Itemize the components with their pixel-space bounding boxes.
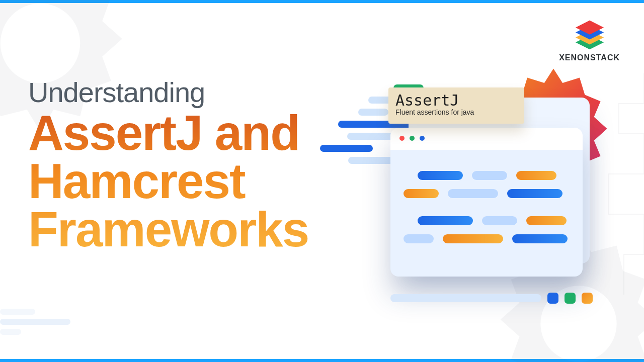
- headline-kicker: Understanding: [28, 78, 308, 107]
- code-window: [390, 128, 583, 277]
- illustration: AssertJ Fluent assertions for java: [373, 83, 610, 300]
- headline: Understanding AssertJ and Hamcrest Frame…: [28, 78, 308, 253]
- headline-line-1: AssertJ and: [28, 105, 299, 160]
- assertj-subtitle: Fluent assertions for java: [395, 108, 517, 116]
- progress-bar-decor: [390, 294, 541, 302]
- brand-logo: [568, 17, 612, 50]
- brand-name: XENONSTACK: [559, 53, 620, 62]
- headline-title: AssertJ and Hamcrest Frameworks: [28, 109, 308, 253]
- cube-orange: [582, 293, 593, 304]
- headline-line-3: Frameworks: [28, 202, 308, 257]
- window-titlebar: [390, 128, 583, 150]
- window-dot-green: [410, 136, 415, 141]
- cube-green: [565, 293, 576, 304]
- assertj-title: AssertJ: [395, 92, 517, 109]
- assertj-label-card: AssertJ Fluent assertions for java: [388, 87, 524, 124]
- headline-line-2: Hamcrest: [28, 153, 245, 209]
- code-body: [390, 150, 583, 264]
- brand-block: XENONSTACK: [559, 17, 620, 62]
- window-dot-red: [399, 136, 405, 141]
- window-dot-blue: [420, 136, 425, 141]
- page-root: XENONSTACK Understanding AssertJ and Ham…: [0, 0, 644, 362]
- bg-corner-stripes: [0, 309, 70, 339]
- illus-bottom-strip: [390, 293, 593, 304]
- cube-blue: [547, 293, 558, 304]
